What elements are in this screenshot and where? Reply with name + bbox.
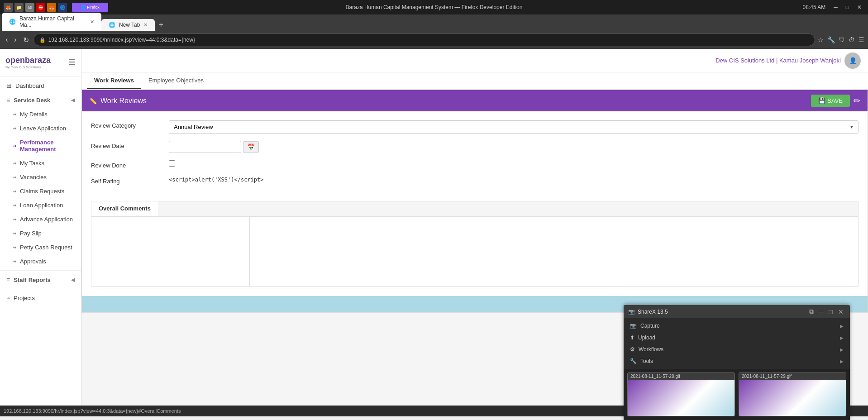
taskbar-icon-5[interactable]: 🦊 — [47, 3, 56, 12]
right-comments-textarea[interactable] — [250, 217, 858, 285]
review-done-label: Review Done — [91, 160, 163, 169]
sidebar-item-staff-reports[interactable]: ≡ Staff Reports ◀ — [0, 272, 81, 287]
history-icon[interactable]: ⏱ — [849, 36, 855, 43]
sidebar-logo: openbaraza By Dew CIS Solutions ☰ — [0, 49, 81, 76]
sharex-menu-capture[interactable]: 📷 Capture ▶ — [624, 320, 850, 332]
sidebar-label-tasks: My Tasks — [20, 160, 44, 167]
self-rating-label: Self Rating — [91, 176, 163, 185]
edit-icon-title: ✏️ — [89, 97, 97, 105]
address-bar[interactable]: 🔒 192.168.120.133:9090/hr/index.jsp?view… — [33, 33, 815, 46]
sidebar-item-vacancies[interactable]: ➜ Vacancies — [0, 170, 81, 184]
sidebar-section-main: ⊞ Dashboard ≡ Service Desk ◀ ➜ My Detail… — [0, 76, 81, 307]
sharex-maximize-btn[interactable]: □ — [827, 308, 835, 315]
browser-tab-bar: 🌐 Baraza Human Capital Ma... ✕ 🌐 New Tab… — [0, 14, 868, 31]
sidebar-item-loan[interactable]: ➜ Loan Application — [0, 198, 81, 212]
back-button[interactable]: ‹ — [4, 34, 10, 46]
arrow-icon-tasks: ➜ — [13, 161, 16, 166]
sharex-restore-btn[interactable]: ⧉ — [807, 308, 816, 315]
taskbar-icon-4[interactable]: ⛔ — [36, 3, 45, 12]
menu-icon[interactable]: ☰ — [858, 36, 864, 43]
tab-label-2: New Tab — [119, 22, 140, 28]
sharex-minimize-btn[interactable]: ─ — [817, 308, 825, 315]
sidebar-item-petty-cash[interactable]: ➜ Petty Cash Request — [0, 240, 81, 254]
taskbar-active-tab[interactable]: 🌐 Firefox — [72, 3, 108, 12]
save-button[interactable]: 💾 SAVE — [811, 95, 850, 107]
taskbar-icon-2[interactable]: 📁 — [14, 3, 24, 12]
logo-text: openbaraza — [5, 56, 51, 65]
sidebar-divider-1 — [0, 270, 81, 271]
sidebar-item-my-tasks[interactable]: ➜ My Tasks — [0, 156, 81, 170]
refresh-button[interactable]: ↻ — [21, 34, 31, 46]
sharex-menu: 📷 Capture ▶ ⬆ Upload ▶ ⚙ Workflows ▶ 🔧 T… — [624, 318, 850, 369]
sharex-close-btn[interactable]: ✕ — [836, 308, 845, 315]
review-done-control — [169, 160, 858, 168]
form-header-actions: 💾 SAVE ✏ — [811, 95, 860, 107]
sharex-menu-upload[interactable]: ⬆ Upload ▶ — [624, 332, 850, 344]
tab-employee-objectives[interactable]: Employee Objectives — [141, 72, 211, 89]
system-time: 08:45 AM — [803, 4, 826, 10]
overall-comments-section: Overall Comments — [91, 201, 858, 287]
sidebar-item-service-desk[interactable]: ≡ Service Desk ◀ — [0, 93, 81, 107]
sidebar-item-payslip[interactable]: ➜ Pay Slip — [0, 226, 81, 240]
sharex-thumb-1[interactable]: 2021-08-11_11-57-29.gif — [627, 372, 735, 416]
sidebar-label-approvals: Approvals — [20, 258, 46, 265]
address-bar-row: ‹ › ↻ 🔒 192.168.120.133:9090/hr/index.js… — [0, 31, 868, 49]
arrow-icon-pay: ➜ — [13, 231, 16, 236]
form-row-category: Review Category Annual Review — [91, 120, 858, 134]
calendar-button[interactable]: 📅 — [243, 141, 259, 153]
extensions-icon[interactable]: 🔧 — [827, 36, 835, 43]
sidebar-item-dashboard[interactable]: ⊞ Dashboard — [0, 78, 81, 93]
tab-new[interactable]: 🌐 New Tab ✕ — [101, 19, 155, 31]
review-category-control: Annual Review — [169, 120, 858, 134]
close-btn[interactable]: ✕ — [854, 4, 864, 10]
sidebar-item-approvals[interactable]: ➜ Approvals — [0, 254, 81, 268]
review-category-select[interactable]: Annual Review — [169, 120, 858, 134]
tab-close-2[interactable]: ✕ — [143, 22, 148, 28]
workflows-icon: ⚙ — [630, 346, 635, 353]
bookmark-icon[interactable]: ☆ — [818, 36, 824, 43]
sharex-menu-tools[interactable]: 🔧 Tools ▶ — [624, 355, 850, 367]
sharex-thumb-2[interactable]: 2021-08-11_11-57-29.gif — [739, 372, 846, 416]
new-tab-button[interactable]: + — [155, 19, 167, 31]
sidebar-item-performance[interactable]: ➜ Perfomance Management — [0, 135, 81, 156]
forward-button[interactable]: › — [12, 34, 18, 46]
sidebar-item-my-details[interactable]: ➜ My Details — [0, 107, 81, 121]
sharex-icon: 📷 — [628, 309, 635, 315]
sidebar-label-vacancies: Vacancies — [20, 174, 47, 181]
sharex-popup: 📷 ShareX 13.5 ⧉ ─ □ ✕ 📷 Capture ▶ ⬆ Uplo… — [624, 305, 850, 420]
form-row-rating: Self Rating <script>alert('XSS')</script… — [91, 176, 858, 185]
sidebar-label-advance: Advance Application — [20, 216, 73, 223]
form-row-done: Review Done — [91, 160, 858, 169]
arrow-icon-petty: ➜ — [13, 245, 16, 250]
sharex-menu-workflows[interactable]: ⚙ Workflows ▶ — [624, 344, 850, 355]
maximize-btn[interactable]: □ — [843, 4, 852, 10]
app-header: Dew CIS Solutions Ltd | Kamau Joseph Wan… — [81, 49, 868, 72]
sidebar: openbaraza By Dew CIS Solutions ☰ ⊞ Dash… — [0, 49, 81, 406]
sidebar-item-advance[interactable]: ➜ Advance Application — [0, 212, 81, 226]
sidebar-item-projects[interactable]: ➜ Projects — [0, 291, 81, 305]
minimize-btn[interactable]: ─ — [831, 4, 840, 10]
hamburger-icon[interactable]: ☰ — [68, 57, 76, 67]
tab-close-1[interactable]: ✕ — [90, 19, 94, 25]
shield-icon[interactable]: 🛡 — [839, 36, 845, 43]
sidebar-item-claims[interactable]: ➜ Claims Requests — [0, 184, 81, 198]
form-title: ✏️ Work Reviews — [89, 97, 147, 105]
chevron-workflows: ▶ — [840, 347, 844, 352]
form-row-date: Review Date 📅 — [91, 141, 858, 153]
tab-baraza[interactable]: 🌐 Baraza Human Capital Ma... ✕ — [2, 13, 101, 31]
tab-work-reviews[interactable]: Work Reviews — [87, 72, 141, 89]
edit-button[interactable]: ✏ — [854, 95, 860, 107]
taskbar-icon-6[interactable]: 🌐 — [58, 3, 67, 12]
taskbar-icon-3[interactable]: 🖥 — [25, 3, 34, 12]
status-url: 192.168.120.133:9090/hr/index.jsp?view=4… — [4, 408, 181, 414]
right-comments-area — [250, 217, 858, 286]
sidebar-item-leave[interactable]: ➜ Leave Application — [0, 121, 81, 135]
left-comments-textarea[interactable] — [91, 217, 249, 285]
taskbar-icon-1[interactable]: 🦊 — [4, 3, 13, 12]
sharex-title-text: 📷 ShareX 13.5 — [628, 309, 668, 315]
tab-label-1: Baraza Human Capital Ma... — [19, 15, 86, 28]
review-date-input[interactable] — [169, 141, 241, 153]
review-category-label: Review Category — [91, 120, 163, 129]
review-done-checkbox[interactable] — [169, 160, 175, 167]
overall-comments-tab[interactable]: Overall Comments — [91, 201, 158, 216]
